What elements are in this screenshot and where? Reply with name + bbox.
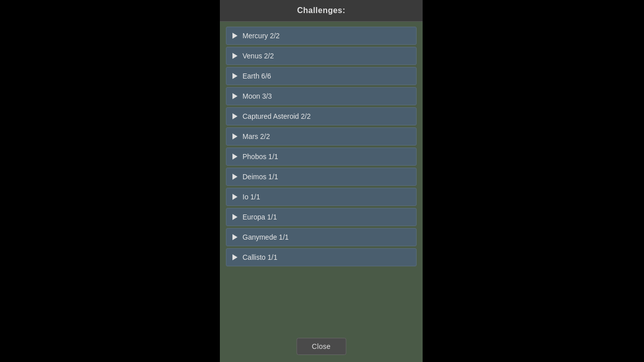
modal-panel: Challenges: Mercury 2/2Venus 2/2Earth 6/…	[220, 0, 423, 362]
challenge-label: Deimos 1/1	[243, 173, 278, 181]
challenge-item-moon[interactable]: Moon 3/3	[226, 87, 417, 105]
play-icon	[232, 174, 237, 180]
modal-title: Challenges:	[297, 6, 345, 15]
challenge-item-io[interactable]: Io 1/1	[226, 188, 417, 206]
modal-header: Challenges:	[220, 0, 423, 22]
challenge-item-mars[interactable]: Mars 2/2	[226, 127, 417, 146]
play-triangle-icon	[232, 93, 237, 99]
play-icon	[232, 234, 237, 240]
play-triangle-icon	[232, 254, 237, 260]
challenge-label: Europa 1/1	[243, 213, 277, 221]
play-icon	[232, 133, 237, 139]
play-triangle-icon	[232, 154, 237, 160]
challenge-item-europa[interactable]: Europa 1/1	[226, 208, 417, 226]
challenge-label: Io 1/1	[243, 193, 260, 201]
play-triangle-icon	[232, 234, 237, 240]
play-icon	[232, 93, 237, 99]
play-triangle-icon	[232, 113, 237, 119]
play-triangle-icon	[232, 133, 237, 139]
challenge-label: Mars 2/2	[243, 132, 270, 140]
play-icon	[232, 194, 237, 200]
play-icon	[232, 254, 237, 260]
challenge-label: Captured Asteroid 2/2	[243, 112, 310, 120]
challenge-label: Callisto 1/1	[243, 253, 277, 261]
challenge-item-deimos[interactable]: Deimos 1/1	[226, 168, 417, 186]
challenge-label: Venus 2/2	[243, 52, 274, 60]
challenge-label: Moon 3/3	[243, 92, 272, 100]
play-triangle-icon	[232, 174, 237, 180]
play-triangle-icon	[232, 194, 237, 200]
play-icon	[232, 73, 237, 79]
challenges-list: Mercury 2/2Venus 2/2Earth 6/6Moon 3/3Cap…	[220, 22, 423, 266]
play-icon	[232, 154, 237, 160]
challenge-item-phobos[interactable]: Phobos 1/1	[226, 148, 417, 166]
challenge-item-ganymede[interactable]: Ganymede 1/1	[226, 228, 417, 246]
play-triangle-icon	[232, 33, 237, 39]
challenge-item-venus[interactable]: Venus 2/2	[226, 47, 417, 65]
challenge-label: Earth 6/6	[243, 72, 271, 80]
close-button[interactable]: Close	[296, 338, 346, 355]
challenge-item-earth[interactable]: Earth 6/6	[226, 67, 417, 85]
play-triangle-icon	[232, 53, 237, 59]
challenge-label: Ganymede 1/1	[243, 233, 289, 241]
challenge-item-callisto[interactable]: Callisto 1/1	[226, 248, 417, 266]
challenge-label: Mercury 2/2	[243, 32, 280, 40]
challenge-item-captured-asteroid[interactable]: Captured Asteroid 2/2	[226, 107, 417, 125]
challenge-item-mercury[interactable]: Mercury 2/2	[226, 27, 417, 45]
play-icon	[232, 113, 237, 119]
play-icon	[232, 53, 237, 59]
play-triangle-icon	[232, 214, 237, 220]
play-triangle-icon	[232, 73, 237, 79]
play-icon	[232, 33, 237, 39]
play-icon	[232, 214, 237, 220]
challenge-label: Phobos 1/1	[243, 153, 278, 161]
